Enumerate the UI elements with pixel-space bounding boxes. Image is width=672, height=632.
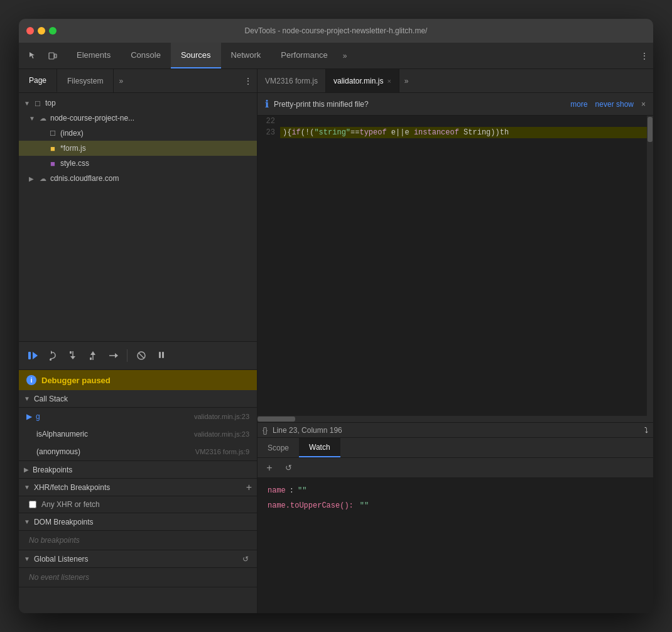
code-tabs: VM2316 form.js validator.min.js × » [257,69,653,93]
dom-label: DOM Breakpoints [34,518,94,526]
stack-item-anonymous[interactable]: (anonymous) VM2316 form.js:9 [19,443,257,460]
pause-exceptions-button[interactable] [153,347,170,364]
inspect-icon[interactable] [24,47,41,65]
line-content-22 [280,116,653,127]
any-xhr-checkbox[interactable] [29,501,36,508]
breakpoints-header[interactable]: ▶ Breakpoints [19,461,257,479]
tree-arrow-cloudflare: ▶ [29,175,35,182]
hscroll-thumb [257,417,295,422]
stack-arrow: ▶ [26,412,32,421]
debugger-separator [127,349,127,362]
watch-item-touppercase: name.toUpperCase(): "" [268,498,643,513]
minimize-button[interactable] [38,27,45,35]
format-button[interactable]: {} [263,426,268,435]
scroll-thumb [648,117,653,142]
stack-loc-anonymous: VM2316 form.js:9 [195,448,249,455]
tab-console[interactable]: Console [121,43,171,68]
call-stack-header[interactable]: ▼ Call Stack [19,390,257,408]
status-bar: {} Line 23, Column 196 ⤵ [257,422,653,437]
status-right-icon[interactable]: ⤵ [644,426,648,435]
code-tab-validator[interactable]: validator.min.js × [326,69,399,92]
step-out-button[interactable] [84,347,102,364]
code-tab-more[interactable]: » [399,69,414,92]
any-xhr-item[interactable]: Any XHR or fetch [19,496,257,513]
stack-loc-isalphanumeric: validator.min.js:23 [194,430,249,438]
xhr-add-button[interactable]: + [246,482,252,493]
close-button[interactable] [26,27,34,35]
code-tab-close-button[interactable]: × [387,77,391,85]
global-arrow: ▼ [24,555,30,562]
file-tab-menu[interactable]: ⋮ [244,69,257,92]
debugger-bar [19,341,257,370]
step-button[interactable] [104,347,122,364]
tree-label-index: (index) [60,129,84,138]
file-tab-page[interactable]: Page [19,69,57,92]
tree-item-stylecss[interactable]: ▶ ■ style.css [19,156,257,171]
xhr-breakpoints-header[interactable]: ▼ XHR/fetch Breakpoints + [19,479,257,496]
tab-elements[interactable]: Elements [67,43,121,68]
code-tab-vm2316[interactable]: VM2316 form.js [257,69,326,92]
watch-add-button[interactable]: + [263,461,276,475]
pp-more-link[interactable]: more [570,100,587,109]
debugger-paused-banner: i Debugger paused [19,370,257,390]
xhr-breakpoints-content: Any XHR or fetch [19,496,257,513]
tab-network[interactable]: Network [221,43,271,68]
tree-item-formjs[interactable]: ▶ ■ *form.js [19,141,257,156]
watch-tab-watch[interactable]: Watch [299,438,340,457]
tree-item-index[interactable]: ▶ ☐ (index) [19,126,257,141]
watch-content: name : "" name.toUpperCase(): "" [257,478,653,613]
tree-item-cloudflare[interactable]: ▶ ☁ cdnis.cloudflare.com [19,171,257,186]
breakpoints-arrow: ▶ [24,466,29,473]
tab-sources[interactable]: Sources [171,43,221,68]
watch-value-1: "" [298,483,306,498]
global-listeners-content: No event listeners [19,568,257,587]
file-icon-formjs: ■ [48,144,58,153]
right-panel: VM2316 form.js validator.min.js × » ℹ Pr… [257,69,653,613]
file-tabs: Page Filesystem » ⋮ [19,69,257,93]
info-icon: i [26,375,36,385]
pp-never-show-link[interactable]: never show [595,100,634,109]
horizontal-scrollbar[interactable] [257,416,647,422]
step-over-button[interactable] [44,347,62,364]
call-stack-content: ▶ g validator.min.js:23 isAlphanumeric v… [19,408,257,461]
resume-button[interactable] [24,347,41,364]
code-area[interactable]: 22 23 ){if(!("string"==typeof e||e insta… [257,116,653,422]
tree-label-css: style.css [60,159,89,168]
step-into-button[interactable] [64,347,82,364]
tree-label-top: top [45,99,56,107]
svg-line-15 [139,353,144,358]
tab-performance[interactable]: Performance [271,43,337,68]
line-num-22: 22 [257,116,280,127]
xhr-arrow: ▼ [24,484,30,491]
stack-item-g[interactable]: ▶ g validator.min.js:23 [19,408,257,425]
stack-func-isalphanumeric: isAlphanumeric [26,430,88,439]
file-tab-more[interactable]: » [114,69,128,92]
vertical-scrollbar[interactable] [647,116,653,422]
traffic-lights [26,27,57,35]
watch-tabs: Scope Watch [257,438,653,458]
global-listeners-header[interactable]: ▼ Global Listeners ↺ [19,550,257,568]
cloud-icon: ☁ [38,114,48,123]
watch-name-2: name.toUpperCase(): [268,498,354,513]
tree-item-domain[interactable]: ▼ ☁ node-course-project-ne... [19,111,257,126]
maximize-button[interactable] [49,27,57,35]
dom-breakpoints-header[interactable]: ▼ DOM Breakpoints [19,513,257,531]
tab-more-button[interactable]: » [338,43,352,68]
svg-marker-13 [115,353,118,358]
pp-close-button[interactable]: × [641,100,646,109]
svg-marker-7 [70,356,75,359]
main-tab-bar: Elements Console Sources Network Perform… [19,43,653,69]
stack-item-isalphanumeric[interactable]: isAlphanumeric validator.min.js:23 [19,425,257,443]
tab-menu-button[interactable]: ⋮ [641,43,653,68]
tree-item-top[interactable]: ▼ □ top [19,95,257,111]
watch-toolbar: + ↺ [257,458,653,478]
any-xhr-label: Any XHR or fetch [41,500,100,509]
global-refresh-button[interactable]: ↺ [239,553,252,565]
svg-rect-2 [28,352,31,359]
watch-tab-scope[interactable]: Scope [257,438,299,457]
watch-refresh-button[interactable]: ↺ [281,461,295,475]
tree-label-cloudflare: cdnis.cloudflare.com [50,174,119,183]
device-icon[interactable] [44,47,62,65]
file-tab-filesystem[interactable]: Filesystem [57,69,114,92]
deactivate-button[interactable] [133,347,150,364]
